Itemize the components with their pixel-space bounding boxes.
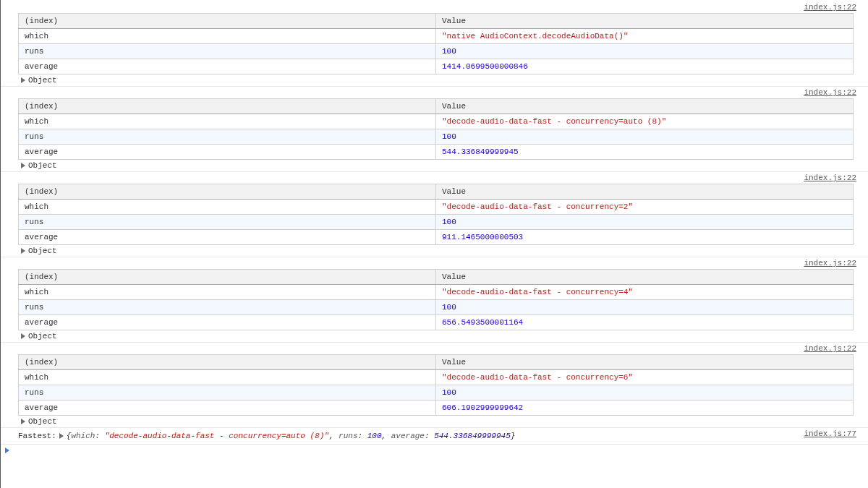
console-table-entry: index.js:22(index)Valuewhich"decode-audi… (1, 172, 868, 257)
row-value: 656.5493500001164 (436, 315, 854, 330)
table-row: which"decode-audio-data-fast - concurren… (19, 200, 854, 215)
index-header[interactable]: (index) (19, 14, 436, 29)
table-row: which"decode-audio-data-fast - concurren… (19, 285, 854, 300)
row-key: average (19, 145, 436, 160)
chevron-right-icon (21, 419, 25, 424)
row-key: which (19, 200, 436, 215)
table-row: average544.336849999945 (19, 145, 854, 160)
row-key: runs (19, 44, 436, 59)
row-key: which (19, 114, 436, 129)
table-row: runs100 (19, 385, 854, 401)
row-key: average (19, 315, 436, 330)
console-prompt[interactable] (1, 445, 868, 458)
object-label: Object (28, 76, 57, 85)
value-header[interactable]: Value (436, 99, 854, 114)
source-link[interactable]: index.js:22 (804, 259, 856, 267)
row-value: 911.1465000000503 (436, 230, 854, 245)
object-table: (index)Valuewhich"decode-audio-data-fast… (18, 184, 854, 245)
table-row: which"native AudioContext.decodeAudioDat… (19, 29, 854, 44)
table-row: runs100 (19, 300, 854, 315)
console-panel: index.js:22(index)Valuewhich"native Audi… (0, 0, 868, 488)
row-value: 100 (436, 300, 854, 315)
object-label: Object (28, 417, 57, 426)
row-key: average (19, 401, 436, 416)
source-link[interactable]: index.js:77 (804, 429, 856, 438)
object-label: Object (28, 247, 57, 255)
console-log-fastest: index.js:77 Fastest: {which: "decode-aud… (1, 428, 868, 445)
object-table: (index)Valuewhich"native AudioContext.de… (18, 13, 854, 74)
table-row: runs100 (19, 44, 854, 59)
chevron-right-icon (21, 163, 25, 168)
row-value: 100 (436, 385, 854, 401)
chevron-right-icon (21, 248, 25, 254)
row-key: runs (19, 215, 436, 230)
row-key: which (19, 370, 436, 385)
object-expander[interactable]: Object (21, 76, 868, 85)
chevron-right-icon (59, 433, 64, 439)
console-table-entry: index.js:22(index)Valuewhich"decode-audi… (1, 87, 868, 172)
row-value: "native AudioContext.decodeAudioData()" (436, 29, 854, 44)
source-link[interactable]: index.js:22 (804, 88, 856, 97)
table-row: which"decode-audio-data-fast - concurren… (19, 370, 854, 385)
chevron-right-icon (5, 448, 9, 453)
object-expander[interactable]: Object (21, 332, 868, 341)
index-header[interactable]: (index) (19, 355, 436, 370)
row-value: "decode-audio-data-fast - concurrency=au… (436, 114, 854, 129)
row-key: which (19, 285, 436, 300)
row-value: 100 (436, 129, 854, 145)
row-value: 544.336849999945 (436, 145, 854, 160)
chevron-right-icon (21, 333, 25, 339)
source-link[interactable]: index.js:22 (804, 3, 856, 12)
object-expander[interactable]: Object (21, 247, 868, 255)
fastest-label: Fastest: (18, 432, 56, 440)
index-header[interactable]: (index) (19, 270, 436, 285)
table-row: average656.5493500001164 (19, 315, 854, 330)
console-table-entry: index.js:22(index)Valuewhich"native Audi… (1, 1, 868, 87)
value-header[interactable]: Value (436, 184, 854, 200)
table-row: average606.1902999999642 (19, 401, 854, 416)
table-row: average911.1465000000503 (19, 230, 854, 245)
object-table: (index)Valuewhich"decode-audio-data-fast… (18, 354, 854, 416)
row-value: 100 (436, 215, 854, 230)
object-table: (index)Valuewhich"decode-audio-data-fast… (18, 269, 854, 330)
row-value: "decode-audio-data-fast - concurrency=6" (436, 370, 854, 385)
row-value: 1414.0699500000846 (436, 59, 854, 74)
row-value: "decode-audio-data-fast - concurrency=2" (436, 200, 854, 215)
row-value: 100 (436, 44, 854, 59)
row-key: runs (19, 300, 436, 315)
table-row: which"decode-audio-data-fast - concurren… (19, 114, 854, 129)
chevron-right-icon (21, 77, 25, 83)
table-row: runs100 (19, 215, 854, 230)
source-link[interactable]: index.js:22 (804, 344, 856, 353)
value-header[interactable]: Value (436, 270, 854, 285)
value-header[interactable]: Value (436, 14, 854, 29)
row-value: 606.1902999999642 (436, 401, 854, 416)
index-header[interactable]: (index) (19, 99, 436, 114)
index-header[interactable]: (index) (19, 184, 436, 200)
value-header[interactable]: Value (436, 355, 854, 370)
row-key: runs (19, 129, 436, 145)
row-key: average (19, 59, 436, 74)
object-expander[interactable]: Object (21, 161, 868, 170)
row-key: runs (19, 385, 436, 401)
console-table-entry: index.js:22(index)Valuewhich"decode-audi… (1, 343, 868, 428)
row-value: "decode-audio-data-fast - concurrency=4" (436, 285, 854, 300)
source-link[interactable]: index.js:22 (804, 174, 856, 182)
console-table-entry: index.js:22(index)Valuewhich"decode-audi… (1, 257, 868, 343)
row-key: average (19, 230, 436, 245)
table-row: average1414.0699500000846 (19, 59, 854, 74)
object-label: Object (28, 332, 57, 341)
fastest-summary[interactable]: Fastest: {which: "decode-audio-data-fast… (18, 429, 868, 442)
row-key: which (19, 29, 436, 44)
object-label: Object (28, 161, 57, 170)
table-row: runs100 (19, 129, 854, 145)
object-expander[interactable]: Object (21, 417, 868, 426)
object-table: (index)Valuewhich"decode-audio-data-fast… (18, 98, 854, 160)
